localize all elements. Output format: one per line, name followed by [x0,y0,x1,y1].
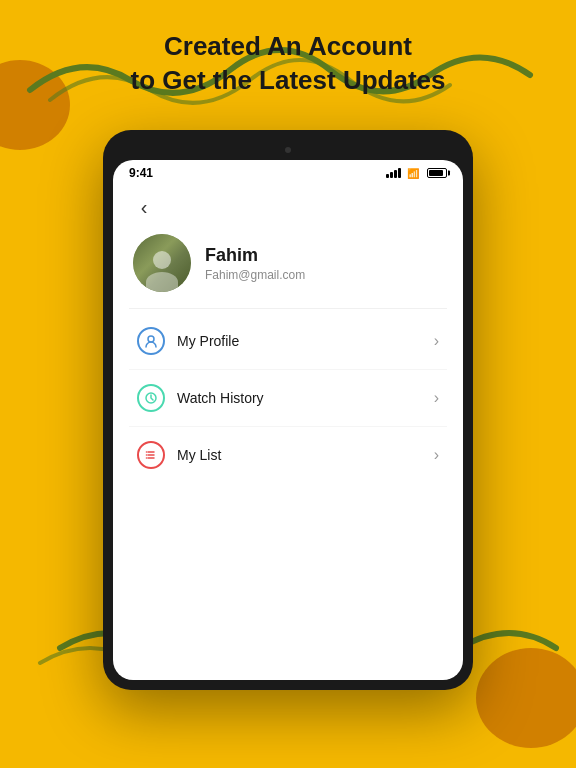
svg-point-7 [146,457,148,459]
app-content: ‹ Fahim Fahim@gmail.com [113,184,463,495]
list-chevron-icon: › [434,446,439,464]
svg-point-6 [146,454,148,456]
status-bar: 9:41 📶 [113,160,463,184]
camera-dot [285,147,291,153]
tablet-frame: 9:41 📶 ‹ [103,130,473,690]
blob-bottom-right [476,648,576,748]
status-time: 9:41 [129,166,153,180]
user-info: Fahim Fahim@gmail.com [205,245,443,282]
header-section: Created An Account to Get the Latest Upd… [0,30,576,98]
menu-item-list[interactable]: My List › [129,427,447,483]
back-button[interactable]: ‹ [129,192,159,222]
wifi-icon: 📶 [407,168,419,179]
user-email: Fahim@gmail.com [205,268,443,282]
battery-icon [427,168,447,178]
list-label: My List [177,447,434,463]
header-title: Created An Account to Get the Latest Upd… [40,30,536,98]
signal-icon [386,168,401,178]
profile-icon [137,327,165,355]
user-section: Fahim Fahim@gmail.com [129,222,447,308]
tablet-screen: 9:41 📶 ‹ [113,160,463,680]
profile-label: My Profile [177,333,434,349]
svg-point-0 [148,336,154,342]
avatar [133,234,191,292]
tablet-device: 9:41 📶 ‹ [103,130,473,690]
tablet-top-bar [113,140,463,160]
history-label: Watch History [177,390,434,406]
history-icon [137,384,165,412]
avatar-image [133,234,191,292]
svg-point-5 [146,451,148,453]
history-chevron-icon: › [434,389,439,407]
status-icons: 📶 [386,168,447,179]
menu-list: My Profile › Watch History › [129,309,447,487]
profile-chevron-icon: › [434,332,439,350]
back-icon: ‹ [141,196,148,219]
user-name: Fahim [205,245,443,266]
list-icon [137,441,165,469]
menu-item-history[interactable]: Watch History › [129,370,447,427]
menu-item-profile[interactable]: My Profile › [129,313,447,370]
